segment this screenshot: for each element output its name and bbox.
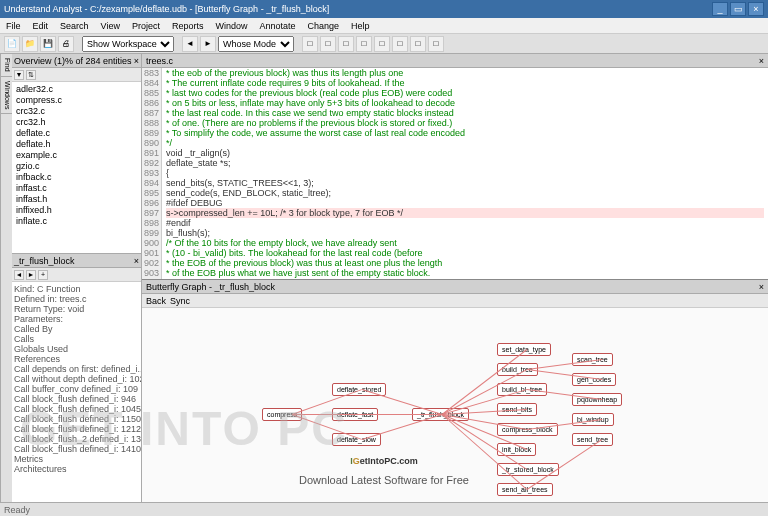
graph-canvas[interactable]: compressdeflate_storeddeflate_fastdeflat… [142, 308, 768, 502]
tree-item[interactable]: example.c [14, 150, 139, 161]
menu-file[interactable]: File [4, 21, 23, 31]
tool-btn-4[interactable]: □ [356, 36, 372, 52]
graph-node[interactable]: send_all_trees [497, 483, 553, 496]
code-line[interactable]: * of the EOB plus what we have just sent… [166, 268, 764, 278]
info-line[interactable]: Calls [14, 334, 139, 344]
info-line[interactable]: Globals Used [14, 344, 139, 354]
info-line[interactable]: Kind: C Function [14, 284, 139, 294]
tree-item[interactable]: crc32.h [14, 117, 139, 128]
code-content[interactable]: * the eob of the previous block) was thu… [162, 68, 768, 279]
info-line[interactable]: Call depends on first: defined_i... [14, 364, 139, 374]
menu-annotate[interactable]: Annotate [257, 21, 297, 31]
editor-body[interactable]: 8838848858868878888898908918928938948958… [142, 68, 768, 279]
sort-icon[interactable]: ⇅ [26, 70, 36, 80]
code-line[interactable]: { [166, 168, 764, 178]
code-line[interactable]: * The current inflate code requires 9 bi… [166, 78, 764, 88]
info-line[interactable]: Call without depth defined_i: 102 [14, 374, 139, 384]
tool-save-icon[interactable]: 💾 [40, 36, 56, 52]
menu-search[interactable]: Search [58, 21, 91, 31]
tool-open-icon[interactable]: 📁 [22, 36, 38, 52]
code-line[interactable]: /* Of the 10 bits for the empty block, w… [166, 238, 764, 248]
close-button[interactable]: × [748, 2, 764, 16]
graph-sync-button[interactable]: Sync [170, 296, 190, 306]
info-line[interactable]: Call block_flush_2 defined_i: 1315 [14, 434, 139, 444]
menu-change[interactable]: Change [306, 21, 342, 31]
tool-btn-8[interactable]: □ [428, 36, 444, 52]
maximize-button[interactable]: ▭ [730, 2, 746, 16]
info-close-icon[interactable]: × [134, 256, 139, 266]
menu-help[interactable]: Help [349, 21, 372, 31]
tree-item[interactable]: inffast.c [14, 183, 139, 194]
tool-new-icon[interactable]: 📄 [4, 36, 20, 52]
minimize-button[interactable]: _ [712, 2, 728, 16]
graph-close-icon[interactable]: × [759, 282, 764, 292]
back-icon[interactable]: ◄ [14, 270, 24, 280]
tool-btn-7[interactable]: □ [410, 36, 426, 52]
code-line[interactable]: * last two codes for the previous block … [166, 88, 764, 98]
editor-close-icon[interactable]: × [759, 56, 764, 66]
code-line[interactable]: #ifdef DEBUG [166, 198, 764, 208]
info-line[interactable]: Call block_flush defined_i: 1150 [14, 414, 139, 424]
info-line[interactable]: Architectures [14, 464, 139, 474]
menu-project[interactable]: Project [130, 21, 162, 31]
menu-reports[interactable]: Reports [170, 21, 206, 31]
tool-btn-2[interactable]: □ [320, 36, 336, 52]
menu-view[interactable]: View [99, 21, 122, 31]
graph-node[interactable]: pqdownheap [572, 393, 622, 406]
tool-back-icon[interactable]: ◄ [182, 36, 198, 52]
expand-icon[interactable]: + [38, 270, 48, 280]
code-line[interactable]: send_code(s, END_BLOCK, static_ltree); [166, 188, 764, 198]
info-line[interactable]: References [14, 354, 139, 364]
info-line[interactable]: Call block_flush defined_i: 1212 [14, 424, 139, 434]
tree-item[interactable]: deflate.h [14, 139, 139, 150]
code-line[interactable]: * (10 - bi_valid) bits. The lookahead fo… [166, 248, 764, 258]
fwd-icon[interactable]: ► [26, 270, 36, 280]
tool-print-icon[interactable]: 🖨 [58, 36, 74, 52]
code-line[interactable]: */ [166, 278, 764, 279]
tool-forward-icon[interactable]: ► [200, 36, 216, 52]
tree-item[interactable]: gzio.c [14, 161, 139, 172]
code-line[interactable]: * To simplify the code, we assume the wo… [166, 128, 764, 138]
code-line[interactable]: void _tr_align(s) [166, 148, 764, 158]
info-line[interactable]: Parameters: [14, 314, 139, 324]
side-tab-2[interactable]: Windows [1, 77, 12, 114]
code-line[interactable]: s->compressed_len += 10L; /* 3 for block… [166, 208, 764, 218]
code-line[interactable]: * the eob of the previous block) was thu… [166, 68, 764, 78]
code-line[interactable]: send_bits(s, STATIC_TREES<<1, 3); [166, 178, 764, 188]
code-line[interactable]: */ [166, 138, 764, 148]
panel-close-icon[interactable]: × [134, 56, 139, 66]
tool-btn-6[interactable]: □ [392, 36, 408, 52]
filter-icon[interactable]: ▼ [14, 70, 24, 80]
graph-back-button[interactable]: Back [146, 296, 166, 306]
tree-item[interactable]: inffixed.h [14, 205, 139, 216]
tree-item[interactable]: infback.c [14, 172, 139, 183]
info-line[interactable]: Defined in: trees.c [14, 294, 139, 304]
code-line[interactable]: #endif [166, 218, 764, 228]
info-line[interactable]: Return Type: void [14, 304, 139, 314]
menu-window[interactable]: Window [213, 21, 249, 31]
tree-item[interactable]: adler32.c [14, 84, 139, 95]
tool-btn-5[interactable]: □ [374, 36, 390, 52]
code-line[interactable]: bi_flush(s); [166, 228, 764, 238]
info-line[interactable]: Called By [14, 324, 139, 334]
info-line[interactable]: Metrics [14, 454, 139, 464]
tool-btn-1[interactable]: □ [302, 36, 318, 52]
tree-item[interactable]: crc32.c [14, 106, 139, 117]
info-line[interactable]: Call block_flush defined_i: 1410 [14, 444, 139, 454]
info-line[interactable]: Call block_flush defined_i: 1045 [14, 404, 139, 414]
menu-edit[interactable]: Edit [31, 21, 51, 31]
code-line[interactable]: * the last real code. In this case we se… [166, 108, 764, 118]
side-tab-1[interactable]: Find [1, 54, 12, 77]
mode-select[interactable]: Whose Mode [218, 36, 294, 52]
code-line[interactable]: * of one. (There are no problems if the … [166, 118, 764, 128]
tool-btn-3[interactable]: □ [338, 36, 354, 52]
tree-item[interactable]: compress.c [14, 95, 139, 106]
info-panel[interactable]: Kind: C FunctionDefined in: trees.cRetur… [12, 282, 141, 502]
tree-item[interactable]: inflate.c [14, 216, 139, 227]
file-tree[interactable]: adler32.ccompress.ccrc32.ccrc32.hdeflate… [12, 82, 141, 254]
workspace-select[interactable]: Show Workspace [82, 36, 174, 52]
code-line[interactable]: * the EOB of the previous block) was thu… [166, 258, 764, 268]
code-line[interactable]: deflate_state *s; [166, 158, 764, 168]
tree-item[interactable]: deflate.c [14, 128, 139, 139]
tree-item[interactable]: inffast.h [14, 194, 139, 205]
